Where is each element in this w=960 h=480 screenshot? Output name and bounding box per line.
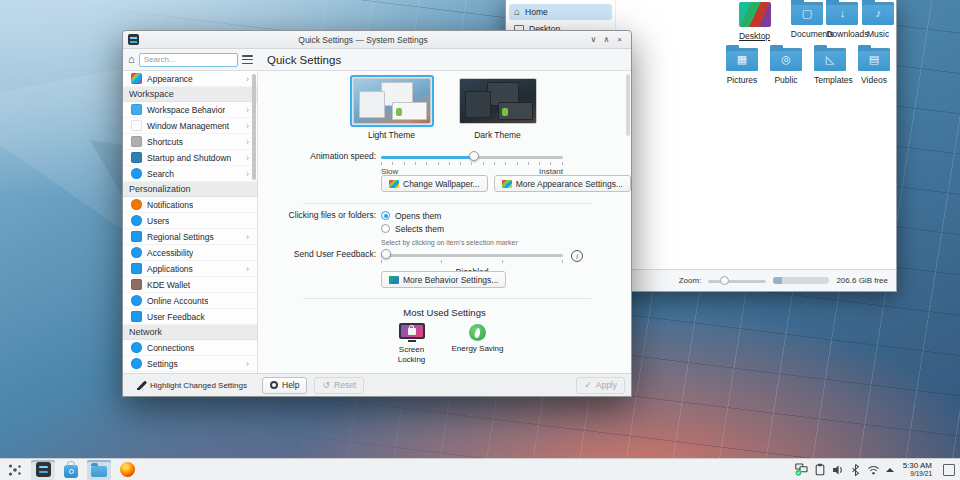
sidebar-item-label: Notifications — [147, 200, 193, 210]
wallpaper-icon — [389, 180, 399, 188]
sidebar-item-label: Accessibility — [147, 248, 193, 258]
screen-locking-shortcut[interactable]: Screen Locking — [385, 323, 439, 364]
network-icon[interactable] — [795, 463, 808, 476]
dark-theme-card[interactable]: Dark Theme — [456, 75, 540, 140]
help-button[interactable]: Help — [262, 377, 307, 394]
animation-speed-slider[interactable] — [381, 151, 563, 163]
folder-item[interactable]: ◺ Templates — [814, 48, 846, 71]
light-theme-preview — [353, 78, 431, 124]
sidebar-scrollbar[interactable] — [252, 74, 256, 180]
close-button[interactable]: × — [613, 32, 626, 47]
sidebar-item-icon — [131, 311, 142, 322]
bluetooth-icon[interactable] — [850, 463, 861, 477]
sidebar-item[interactable]: Accessibility — [123, 245, 257, 261]
maximize-button[interactable]: ∧ — [600, 32, 613, 47]
folder-item[interactable]: ▦ Pictures — [726, 48, 758, 71]
folder-item[interactable]: ▢ Documents — [791, 2, 823, 25]
opens-them-radio[interactable] — [381, 211, 390, 220]
folder-item[interactable]: ◎ Public — [770, 48, 802, 71]
sidebar-item[interactable]: Workspace — [123, 87, 257, 102]
zoom-slider[interactable] — [708, 276, 766, 286]
show-desktop-button[interactable] — [943, 464, 955, 476]
sidebar-item[interactable]: Firewall — [123, 372, 257, 373]
hamburger-menu-icon[interactable] — [242, 55, 253, 64]
folder-item[interactable]: ▤ Videos — [858, 48, 890, 71]
more-behavior-settings-button[interactable]: More Behavior Settings... — [381, 271, 506, 288]
feedback-slider[interactable] — [381, 249, 563, 261]
sidebar-item-label: Shortcuts — [147, 137, 183, 147]
theme-label: Dark Theme — [456, 130, 540, 140]
sidebar-item-icon — [131, 199, 142, 210]
chevron-right-icon: › — [246, 232, 249, 242]
slider-handle[interactable] — [469, 151, 479, 161]
sidebar-item-icon — [131, 295, 142, 306]
disk-capacity-bar — [773, 277, 829, 284]
separator — [303, 298, 591, 299]
sidebar-item[interactable]: Shortcuts › — [123, 134, 257, 150]
folder-item[interactable]: ♪ Music — [862, 2, 894, 25]
slider-track[interactable] — [381, 254, 563, 257]
settings-footer: Highlight Changed Settings Help ↺ Reset … — [123, 373, 631, 396]
folder-emblem-icon: ◎ — [770, 48, 802, 71]
folder-icon: ▤ — [858, 48, 890, 71]
taskbar-discover-button[interactable] — [59, 460, 83, 480]
taskbar-dolphin-button[interactable] — [87, 460, 111, 480]
sidebar-item-label: KDE Wallet — [147, 280, 190, 290]
sidebar-item[interactable]: Online Accounts — [123, 293, 257, 309]
slider-ticks — [381, 260, 563, 263]
sidebar-item[interactable]: Search › — [123, 166, 257, 182]
sidebar-item[interactable]: Regional Settings › — [123, 229, 257, 245]
info-icon[interactable]: i — [571, 250, 583, 262]
sidebar-item[interactable]: Network — [123, 325, 257, 340]
sidebar-item[interactable]: Applications › — [123, 261, 257, 277]
place-label: Home — [525, 7, 548, 17]
place-home[interactable]: ⌂ Home — [509, 4, 612, 20]
sidebar-item-icon — [131, 358, 142, 369]
sidebar-item[interactable]: Connections — [123, 340, 257, 356]
sidebar-item[interactable]: Users — [123, 213, 257, 229]
sidebar-item[interactable]: Personalization — [123, 182, 257, 197]
search-input[interactable] — [139, 53, 238, 67]
wifi-icon[interactable] — [867, 464, 880, 475]
sidebar-item-icon — [131, 73, 142, 84]
sidebar-item-label: Applications — [147, 264, 193, 274]
page-title: Quick Settings — [258, 54, 341, 66]
taskbar-system-settings-button[interactable] — [31, 460, 55, 480]
selects-them-radio[interactable] — [381, 224, 390, 233]
taskbar: 5:30 AM 9/19/21 — [0, 458, 960, 480]
change-wallpaper-button[interactable]: Change Wallpaper... — [381, 175, 488, 192]
sidebar-item[interactable]: Notifications — [123, 197, 257, 213]
home-button[interactable]: ⌂ — [128, 54, 135, 65]
titlebar[interactable]: Quick Settings — System Settings ∨ ∧ × — [123, 31, 631, 49]
sidebar-item-icon — [131, 215, 142, 226]
folder-item[interactable]: Desktop — [720, 2, 789, 48]
folder-name: Templates — [814, 75, 846, 85]
zoom-slider-handle[interactable] — [720, 276, 729, 285]
zoom-slider-track[interactable] — [708, 280, 766, 283]
taskbar-firefox-button[interactable] — [115, 460, 139, 480]
sidebar-item[interactable]: User Feedback — [123, 309, 257, 325]
sidebar-item[interactable]: KDE Wallet — [123, 277, 257, 293]
more-appearance-settings-button[interactable]: More Appearance Settings... — [494, 175, 631, 192]
clipboard-icon[interactable] — [814, 463, 826, 476]
slider-handle[interactable] — [381, 249, 391, 259]
energy-saving-shortcut[interactable]: Energy Saving — [451, 323, 505, 364]
app-launcher-button[interactable] — [3, 460, 27, 480]
folder-emblem-icon: ↓ — [826, 2, 858, 25]
sidebar-item[interactable]: Settings › — [123, 356, 257, 372]
sidebar-item[interactable]: Startup and Shutdown › — [123, 150, 257, 166]
reset-button[interactable]: ↺ Reset — [314, 377, 364, 394]
sidebar-item[interactable]: Appearance › — [123, 71, 257, 87]
apply-button[interactable]: ✓ Apply — [576, 377, 625, 394]
light-theme-card[interactable]: Light Theme — [350, 75, 434, 140]
folder-item[interactable]: ↓ Downloads — [826, 2, 858, 25]
button-label: Apply — [596, 380, 617, 390]
volume-icon[interactable] — [832, 464, 844, 476]
feedback-label: Send User Feedback: — [258, 249, 381, 259]
expand-tray-icon[interactable] — [886, 468, 894, 472]
sidebar-item[interactable]: Workspace Behavior › — [123, 102, 257, 118]
digital-clock[interactable]: 5:30 AM 9/19/21 — [900, 461, 935, 478]
minimize-button[interactable]: ∨ — [587, 32, 600, 47]
sidebar-item[interactable]: Window Management › — [123, 118, 257, 134]
highlight-changed-settings-button[interactable]: Highlight Changed Settings — [137, 381, 247, 390]
